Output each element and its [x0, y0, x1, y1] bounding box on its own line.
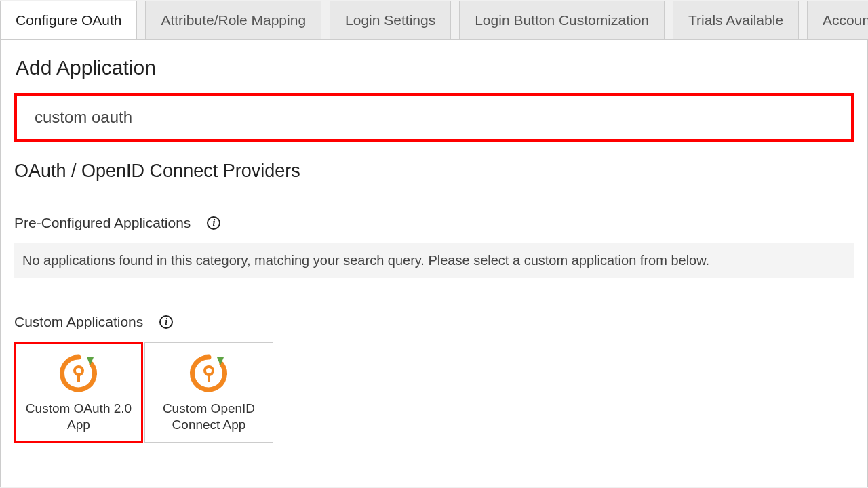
tab-login-settings[interactable]: Login Settings [330, 1, 451, 40]
info-icon[interactable]: i [207, 216, 220, 230]
card-label: Custom OAuth 2.0 App [20, 401, 137, 433]
search-wrap [14, 93, 854, 142]
heading-providers: OAuth / OpenID Connect Providers [14, 161, 854, 182]
tab-attribute-role-mapping[interactable]: Attribute/Role Mapping [145, 1, 321, 40]
card-custom-openid-app[interactable]: Custom OpenID Connect App [144, 342, 273, 443]
tab-configure-oauth[interactable]: Configure OAuth [0, 1, 137, 40]
tab-bar: Configure OAuth Attribute/Role Mapping L… [0, 0, 868, 40]
label-preconfigured: Pre-Configured Applications [14, 215, 191, 231]
svg-rect-1 [77, 374, 80, 382]
content-panel: Add Application OAuth / OpenID Connect P… [0, 40, 868, 487]
oauth-icon [57, 352, 100, 395]
search-input[interactable] [17, 96, 851, 139]
section-custom: Custom Applications i [14, 314, 854, 330]
tab-account-setup[interactable]: Account Setup [807, 1, 868, 40]
empty-preconfigured-message: No applications found in this category, … [14, 243, 854, 278]
svg-rect-3 [208, 374, 210, 382]
svg-point-2 [205, 367, 213, 375]
tab-login-button-customization[interactable]: Login Button Customization [459, 1, 665, 40]
label-custom: Custom Applications [14, 314, 143, 330]
tab-trials-available[interactable]: Trials Available [673, 1, 799, 40]
section-preconfigured: Pre-Configured Applications i [14, 215, 854, 231]
divider [14, 197, 854, 197]
oauth-icon [187, 352, 231, 395]
info-icon[interactable]: i [159, 315, 173, 329]
svg-point-0 [75, 367, 83, 375]
divider [14, 296, 854, 296]
card-custom-oauth-app[interactable]: Custom OAuth 2.0 App [14, 342, 143, 443]
custom-app-cards: Custom OAuth 2.0 App Custom OpenID Conne… [14, 342, 854, 443]
card-label: Custom OpenID Connect App [149, 401, 269, 433]
heading-add-application: Add Application [16, 56, 854, 79]
